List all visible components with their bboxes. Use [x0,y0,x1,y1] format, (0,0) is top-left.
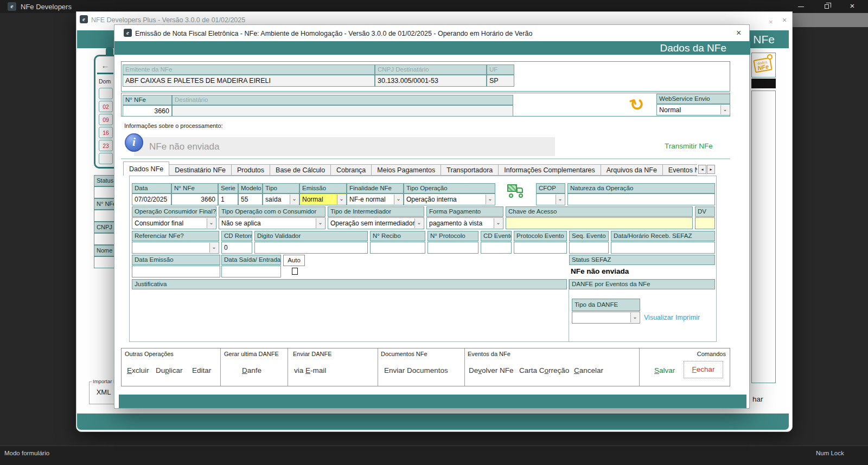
danfe-button[interactable]: Danfe [242,366,261,374]
modelo-input[interactable]: 55 [238,193,263,205]
dropdown-arrow-icon[interactable]: ⌄ [207,218,215,228]
dropdown-arrow-icon[interactable]: ⌄ [337,195,346,204]
modal-title: Emissão de Nota Fiscal Eletrônica - NFe:… [135,30,726,37]
fechar-button[interactable]: Fechar [684,361,723,378]
intermediador-value: Operação sem intermediador [330,219,414,227]
os-window-title: NFe Developers [21,3,72,11]
tab-eventos-nfe[interactable]: Eventos NFe [662,164,697,176]
calendar-day-cell[interactable]: 23 [99,140,113,151]
cfop-select[interactable]: ⌄ [536,193,565,205]
serie-input[interactable]: 1 [218,193,238,205]
dropdown-arrow-icon[interactable]: ⌄ [209,243,218,253]
h-chave-acesso: Chave de Acesso [506,206,693,217]
finalidade-select[interactable]: NF-e normal⌄ [347,193,404,205]
webservice-select[interactable]: Normal ⌄ [656,104,730,115]
protocolo-evento-input[interactable] [514,242,567,254]
recibo-input[interactable] [370,242,425,254]
data-receb-input[interactable] [611,242,715,254]
devolver-nfe-button[interactable]: Devolver NFe [469,366,514,374]
chave-acesso-input[interactable] [506,217,693,229]
imprimir-link[interactable]: Imprimir [675,314,700,321]
dropdown-arrow-icon[interactable]: ⌄ [394,195,403,204]
plus-fechar-fragment[interactable]: har [752,395,763,403]
visualizar-link[interactable]: Visualizar [644,314,673,321]
justificativa-input[interactable] [132,289,567,340]
restore-button[interactable] [816,0,838,13]
tab-informacoes-complementares[interactable]: Informações Complementares [498,164,601,176]
h-digito: Digito Validador [254,231,368,241]
dropdown-arrow-icon[interactable]: ⌄ [630,313,639,322]
tab-transportadora[interactable]: Transportadora [441,164,499,176]
minimize-icon [798,7,804,7]
modal-close-icon[interactable]: × [736,29,741,37]
auto-checkbox[interactable] [292,268,298,275]
tab-scroll-right-button[interactable]: ▸ [707,165,715,174]
tipo-select[interactable]: saída⌄ [263,193,299,205]
protocolo-input[interactable] [427,242,478,254]
dropdown-arrow-icon[interactable]: ⌄ [556,195,564,204]
data-input[interactable]: 07/02/2025 [132,193,171,205]
carta-correcao-button[interactable]: Carta Correção [519,366,569,374]
enviar-documentos-button[interactable]: Enviar Documentos [384,366,448,374]
tab-dados-nfe[interactable]: Dados NFe [123,162,169,176]
cd-retorno-input[interactable]: 0 [221,242,252,254]
consumidor-final-select[interactable]: Consumidor final⌄ [132,217,216,229]
dropdown-arrow-icon[interactable]: ⌄ [290,195,298,204]
label: Carta C [519,366,545,374]
tab-base-de-calculo[interactable]: Base de Cálculo [270,164,331,176]
h-cd-retorno: CD Retorno [221,231,252,241]
calendar-day-cell[interactable]: 02 [99,101,113,112]
tab-scroll-left-button[interactable]: ◂ [698,165,706,174]
emissao-select[interactable]: Normal⌄ [299,193,347,205]
close-button[interactable]: × [841,0,863,13]
cd-evento-input[interactable] [481,242,512,254]
natureza-input[interactable] [567,193,715,205]
tab-cobranca[interactable]: Cobrança [330,164,372,176]
duplicar-button[interactable]: Duplicar [156,366,183,374]
dropdown-arrow-icon[interactable]: ⌄ [414,218,423,228]
dropdown-arrow-icon[interactable]: ⌄ [486,195,494,204]
dropdown-arrow-icon[interactable]: ⌄ [494,218,502,228]
dv-input[interactable] [695,217,715,229]
tab-meios-pagamentos[interactable]: Meios Pagamentos [371,164,441,176]
dropdown-arrow-icon[interactable]: ⌄ [316,218,324,228]
tab-arquivos-da-nfe[interactable]: Arquivos da NFe [601,164,663,176]
h-protocolo-evento: Protocolo Evento [514,231,567,241]
destinatario-input[interactable] [172,105,513,117]
tipo-consumidor-select[interactable]: Não se aplica⌄ [219,217,326,229]
data-saida-input[interactable] [221,266,281,277]
data-emissao-input[interactable] [132,266,220,277]
editar-button[interactable]: Editar [192,366,211,374]
calendar-day-cell[interactable]: 09 [99,114,113,125]
xml-button[interactable]: XML [94,388,113,396]
transmitir-nfe-link[interactable]: Transmitir NFe [665,142,713,150]
salvar-button[interactable]: Salvar [654,366,675,374]
digito-input[interactable] [254,242,368,254]
calendar-prev-button[interactable]: ← [97,59,113,74]
stamp-big-label: NFe [755,63,771,72]
calendar-day-cell[interactable]: 16 [99,127,113,138]
calendar-weekday-label: Dom [99,78,111,85]
nfe-number-input[interactable]: 3660 [123,105,172,117]
plus-close-icon[interactable]: × [782,16,787,24]
via-email-button[interactable]: via E-mail [294,366,326,374]
minimize-button[interactable] [790,0,812,13]
seq-evento-input[interactable] [569,242,609,254]
h-intermediador: Tipo de Intermediador [328,206,424,217]
tipo-operacao-select[interactable]: Operação interna⌄ [404,193,495,205]
intermediador-select[interactable]: Operação sem intermediador⌄ [328,217,424,229]
tab-destinatario-nfe[interactable]: Destinatário NFe [169,164,232,176]
tab-produtos[interactable]: Produtos [231,164,270,176]
calendar-day-cell[interactable] [99,153,113,164]
referenciar-select[interactable]: ⌄ [132,242,219,254]
tipo-danfe-select[interactable]: ⌄ [572,312,640,324]
nfe-stamp-box[interactable]: dados NFe [751,53,776,78]
dropdown-arrow-icon[interactable]: ⌄ [720,105,729,114]
nfe-num-input[interactable]: 3660 [171,193,218,205]
calendar-day-cell[interactable] [99,88,113,99]
child-close-icon[interactable]: × [769,18,773,26]
excluir-button[interactable]: Excluir [127,366,149,374]
cancelar-button[interactable]: Cancelar [574,366,603,374]
h-forma-pagamento: Forma Pagamento [426,206,503,217]
forma-pagamento-select[interactable]: pagamento à vista⌄ [426,217,503,229]
